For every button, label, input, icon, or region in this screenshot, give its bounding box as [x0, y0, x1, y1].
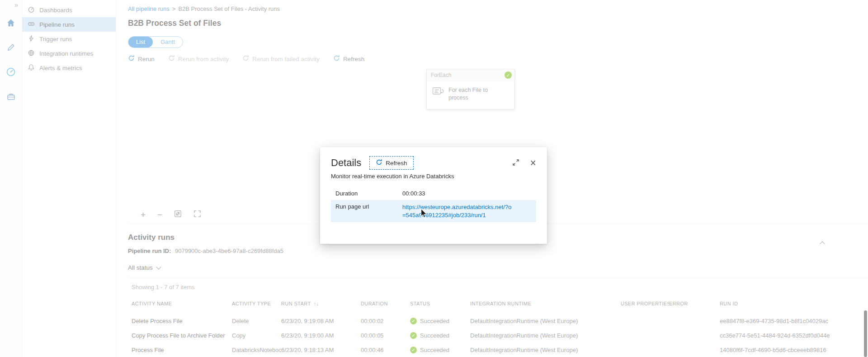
- details-dialog-header: Details Refresh ×: [331, 156, 536, 170]
- detail-row-run-page-url: Run page url https://westeurope.azuredat…: [331, 200, 536, 222]
- expand-dialog-button[interactable]: [512, 159, 519, 167]
- dialog-detail-rows: Duration 00:00:33 Run page url https://w…: [331, 187, 536, 222]
- close-icon: ×: [530, 159, 536, 167]
- close-dialog-button[interactable]: ×: [530, 159, 536, 167]
- refresh-icon: [376, 159, 382, 167]
- vertical-scrollbar-thumb[interactable]: [864, 310, 867, 357]
- detail-label: Run page url: [335, 203, 402, 219]
- run-page-url-link[interactable]: https://westeurope.azuredatabricks.net/?…: [402, 203, 514, 219]
- dialog-refresh-button[interactable]: Refresh: [369, 156, 413, 170]
- expand-diagonal-icon: [512, 159, 519, 167]
- details-dialog: Details Refresh × Monitor real-time exec…: [320, 147, 547, 244]
- dialog-subtitle: Monitor real-time execution in Azure Dat…: [331, 173, 536, 180]
- detail-label: Duration: [335, 190, 402, 197]
- duration-value: 00:00:33: [402, 190, 425, 197]
- dialog-title: Details: [331, 157, 361, 169]
- detail-row-duration: Duration 00:00:33: [331, 187, 536, 200]
